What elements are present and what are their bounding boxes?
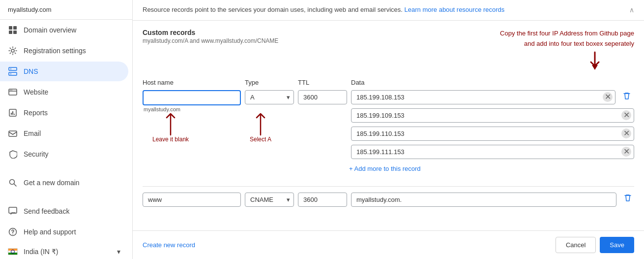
record-a-row: myallstudy.com A CNAME MX TXT — [143, 90, 634, 159]
svg-point-7 — [10, 68, 11, 69]
svg-rect-5 — [9, 67, 17, 70]
security-icon — [8, 149, 18, 159]
data-input-4-wrapper: ✕ — [351, 145, 634, 159]
sidebar-item-label: Help and support — [24, 228, 76, 236]
clear-data-1-button[interactable]: ✕ — [603, 92, 613, 102]
sidebar-item-email[interactable]: Email — [0, 124, 128, 143]
data-input-4[interactable] — [351, 145, 634, 159]
record-1-type-field: A CNAME MX TXT — [245, 90, 294, 104]
custom-records-title: Custom records — [143, 29, 447, 36]
sidebar-item-domain-overview[interactable]: Domain overview — [0, 20, 128, 40]
record-1-host-input[interactable] — [143, 90, 241, 105]
clear-data-4-button[interactable]: ✕ — [621, 147, 631, 157]
annotation-top-right: Copy the first four IP Address from Gith… — [447, 29, 634, 71]
custom-records-info: Custom records myallstudy.com/A and www.… — [143, 29, 447, 52]
record-2-data-field — [351, 193, 616, 207]
search-icon — [8, 178, 18, 188]
action-buttons: Cancel Save — [556, 237, 634, 253]
delete-record-1-button[interactable] — [619, 91, 634, 104]
sidebar-item-get-new-domain[interactable]: Get a new domain — [0, 173, 128, 193]
data-row-3: ✕ — [351, 127, 634, 141]
clear-data-2-button[interactable]: ✕ — [621, 110, 631, 120]
clear-data-3-button[interactable]: ✕ — [621, 129, 631, 138]
delete-record-2-button[interactable] — [620, 193, 635, 206]
sidebar-item-label: Domain overview — [24, 26, 76, 34]
website-icon — [8, 87, 18, 97]
record-2-type-select-wrapper: A CNAME MX TXT — [245, 193, 294, 207]
topbar-text: Resource records point to the services y… — [143, 6, 403, 13]
save-button[interactable]: Save — [600, 237, 634, 253]
top-section: Custom records myallstudy.com/A and www.… — [143, 29, 634, 71]
record-2-delete-field — [620, 193, 634, 206]
record-2-host-field — [143, 193, 241, 207]
data-row-1: ✕ — [351, 90, 634, 104]
record-2-type-select[interactable]: A CNAME MX TXT — [245, 193, 294, 207]
svg-point-4 — [11, 49, 14, 52]
sidebar-item-security[interactable]: Security — [0, 144, 128, 164]
sidebar-item-help-support[interactable]: Help and support — [0, 222, 128, 242]
cancel-button[interactable]: Cancel — [556, 237, 596, 253]
record-cname-row: A CNAME MX TXT — [143, 193, 634, 207]
sidebar: myallstudy.com Domain overview Registrat… — [0, 0, 133, 259]
record-2-host-input[interactable] — [143, 193, 241, 207]
data-input-2[interactable] — [351, 108, 634, 123]
sidebar-item-dns[interactable]: DNS ◄ — [0, 62, 128, 81]
record-1-ttl-input[interactable] — [298, 90, 347, 104]
reports-icon — [8, 108, 18, 118]
svg-rect-6 — [9, 72, 17, 75]
custom-records-subtitle: myallstudy.com/A and www.myallstudy.com/… — [143, 37, 447, 44]
sidebar-item-region[interactable]: India (IN ₹) ▾ — [0, 243, 128, 259]
topbar-link[interactable]: Learn more about resource records — [405, 6, 505, 13]
annotation-down-arrow — [585, 51, 605, 71]
sidebar-item-label: Send feedback — [24, 207, 69, 215]
svg-rect-13 — [9, 131, 17, 136]
data-row-4: ✕ — [351, 145, 634, 159]
annotation-copy-text: Copy the first four IP Address from Gith… — [447, 29, 634, 49]
sidebar-item-reports[interactable]: Reports — [0, 103, 128, 123]
chevron-down-icon: ▾ — [117, 248, 120, 256]
grid-icon — [8, 25, 18, 35]
svg-rect-15 — [9, 207, 17, 213]
data-input-3-wrapper: ✕ — [351, 127, 634, 141]
record-1-data-fields: ✕ ✕ — [351, 90, 634, 159]
sidebar-item-label: DNS — [24, 67, 38, 75]
record-2-ttl-input[interactable] — [298, 193, 347, 207]
svg-point-8 — [10, 73, 11, 74]
data-input-1[interactable] — [351, 90, 615, 104]
record-1-type-select-wrapper: A CNAME MX TXT — [245, 90, 294, 104]
add-more-link[interactable]: + Add more to this record — [349, 165, 421, 172]
column-headers: Host name Type TTL Data — [143, 79, 634, 86]
record-2-data-input[interactable] — [351, 193, 616, 207]
svg-rect-1 — [13, 26, 17, 30]
data-input-3[interactable] — [351, 127, 634, 141]
svg-point-11 — [11, 90, 12, 91]
record-1-host-field: myallstudy.com — [143, 90, 241, 112]
col-header-data: Data — [351, 79, 634, 86]
record-1-type-select[interactable]: A CNAME MX TXT — [245, 90, 294, 104]
email-icon — [8, 129, 18, 138]
data-input-2-wrapper: ✕ — [351, 108, 634, 123]
sidebar-item-registration-settings[interactable]: Registration settings — [0, 41, 128, 61]
sidebar-region-label: India (IN ₹) — [24, 248, 58, 256]
help-icon — [8, 227, 18, 237]
sidebar-item-label: Security — [24, 150, 49, 158]
record-a-wrapper: myallstudy.com A CNAME MX TXT — [143, 90, 634, 159]
sidebar-item-send-feedback[interactable]: Send feedback — [0, 201, 128, 221]
svg-rect-2 — [9, 31, 12, 34]
sidebar-domain: myallstudy.com — [0, 0, 132, 20]
sidebar-item-website[interactable]: Website — [0, 82, 128, 102]
data-input-1-wrapper: ✕ — [351, 90, 615, 104]
topbar: Resource records point to the services y… — [133, 0, 644, 21]
gear-icon — [8, 46, 18, 56]
create-new-record-link[interactable]: Create new record — [143, 241, 195, 249]
sidebar-item-label: Website — [24, 88, 48, 96]
record-1-host-helper: myallstudy.com — [144, 106, 241, 112]
col-header-host: Host name — [143, 79, 241, 86]
scroll-indicator: ∧ — [629, 5, 634, 15]
svg-point-10 — [10, 90, 11, 91]
sidebar-item-label: Reports — [24, 109, 48, 117]
record-1-ttl-field — [298, 90, 347, 104]
col-header-ttl: TTL — [298, 79, 347, 86]
flag-india-icon — [8, 247, 18, 257]
sidebar-item-label: Get a new domain — [24, 179, 80, 187]
